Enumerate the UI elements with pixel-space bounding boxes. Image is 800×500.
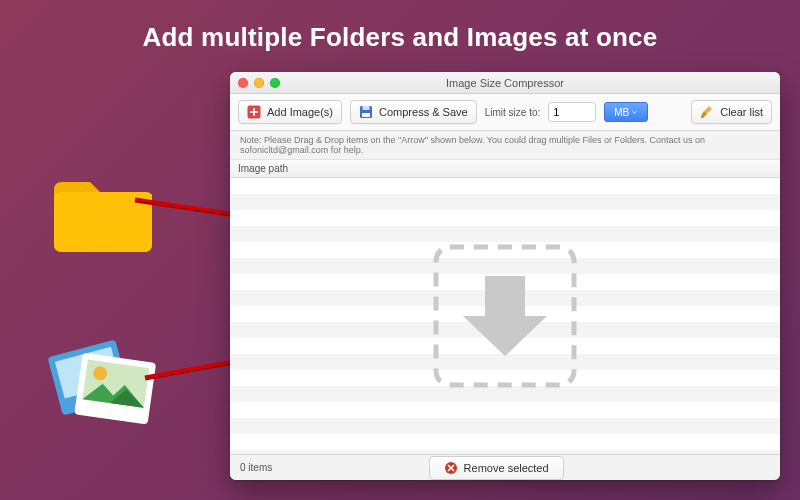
item-count-label: 0 items [240, 462, 272, 473]
add-images-label: Add Image(s) [267, 106, 333, 118]
limit-size-label: Limit size to: [485, 107, 541, 118]
titlebar: Image Size Compressor [230, 72, 780, 94]
broom-icon [700, 105, 714, 119]
window-title: Image Size Compressor [230, 77, 780, 89]
hint-text: Note: Please Drag & Drop items on the "A… [230, 131, 780, 160]
clear-list-label: Clear list [720, 106, 763, 118]
promo-folder-graphic [48, 170, 158, 264]
delete-circle-icon [444, 461, 458, 475]
app-window: Image Size Compressor Add Image(s) Compr… [230, 72, 780, 480]
svg-rect-7 [363, 106, 370, 110]
column-header-image-path: Image path [230, 160, 780, 178]
save-disk-icon [359, 105, 373, 119]
compress-save-label: Compress & Save [379, 106, 468, 118]
limit-size-input[interactable] [548, 102, 596, 122]
toolbar: Add Image(s) Compress & Save Limit size … [230, 94, 780, 131]
compress-save-button[interactable]: Compress & Save [350, 100, 477, 124]
clear-list-button[interactable]: Clear list [691, 100, 772, 124]
unit-select-label: MB [614, 107, 629, 118]
drop-target-arrow-icon [430, 241, 580, 391]
svg-rect-8 [362, 113, 370, 117]
promo-headline: Add multiple Folders and Images at once [0, 22, 800, 53]
promo-images-graphic [48, 330, 168, 444]
remove-selected-button[interactable]: Remove selected [429, 456, 564, 480]
chevron-down-icon [631, 109, 638, 116]
add-images-button[interactable]: Add Image(s) [238, 100, 342, 124]
remove-selected-label: Remove selected [464, 462, 549, 474]
status-bar: 0 items Remove selected [230, 454, 780, 480]
plus-photo-icon [247, 105, 261, 119]
unit-select[interactable]: MB [604, 102, 648, 122]
file-list[interactable] [230, 178, 780, 454]
